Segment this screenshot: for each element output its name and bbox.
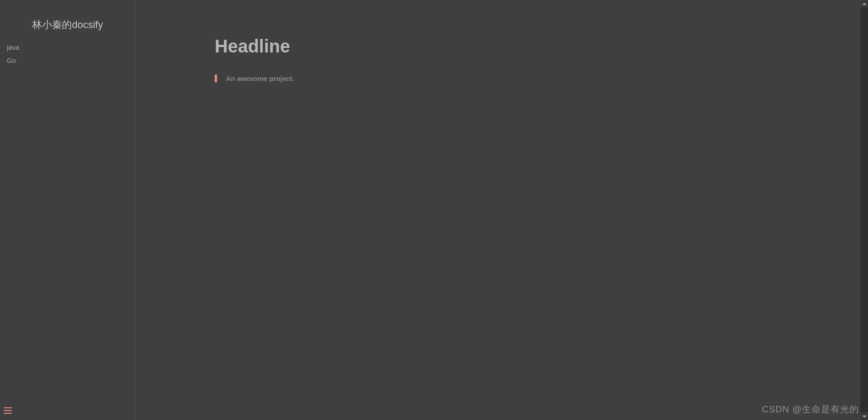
sidebar-nav: java Go (0, 41, 135, 67)
chevron-down-icon (862, 414, 867, 419)
scroll-down-button[interactable] (860, 412, 868, 420)
watermark-text: CSDN @生命是有光的 (762, 403, 859, 415)
scrollbar[interactable] (860, 0, 868, 420)
main-content: Headline An awesome project. (136, 0, 860, 420)
scroll-up-button[interactable] (860, 0, 868, 8)
sidebar-title[interactable]: 林小秦的docsify (0, 18, 135, 41)
blockquote-text: An awesome project. (226, 75, 781, 82)
blockquote: An awesome project. (215, 75, 781, 82)
page-headline: Headline (215, 36, 781, 57)
hamburger-icon (4, 407, 12, 408)
hamburger-icon (4, 413, 12, 414)
menu-toggle-button[interactable] (4, 406, 14, 415)
sidebar: 林小秦的docsify java Go (0, 0, 136, 420)
sidebar-item-label[interactable]: java (7, 43, 128, 51)
sidebar-item-java[interactable]: java (7, 41, 128, 54)
sidebar-item-label[interactable]: Go (7, 57, 128, 64)
chevron-up-icon (862, 2, 867, 6)
sidebar-item-go[interactable]: Go (7, 54, 128, 67)
hamburger-icon (4, 410, 12, 411)
